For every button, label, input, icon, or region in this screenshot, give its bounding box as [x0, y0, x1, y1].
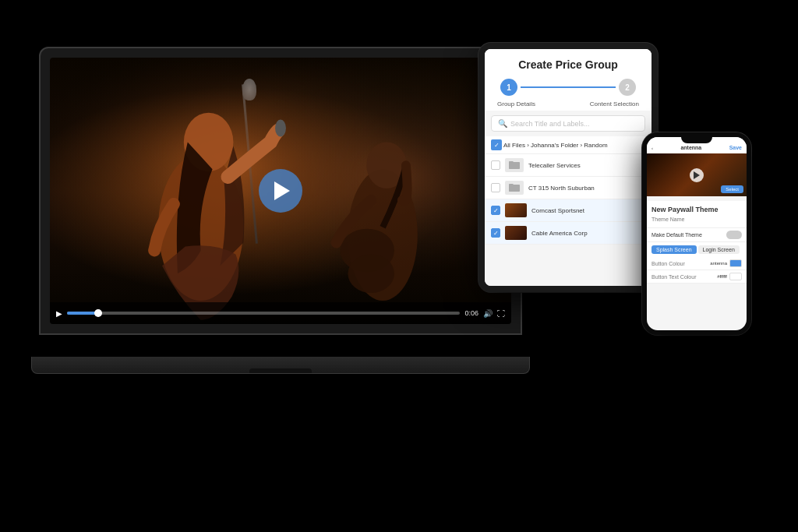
breadcrumb-check-icon: ✓ [491, 139, 502, 150]
laptop: ▶ 0:06 🔊 ⛶ [39, 47, 522, 374]
tablet-stepper: 1 2 [485, 76, 651, 99]
phone-button-colour-value: antenna [710, 261, 727, 266]
phone-screen: ‹ antenna Save Select New Paywall Theme … [647, 137, 747, 330]
phone-button-text-colour-label: Button Text Colour [651, 274, 696, 280]
file-name-2: CT 315 North Suburban [528, 185, 645, 192]
phone-back-button[interactable]: ‹ [651, 146, 653, 150]
play-icon [274, 181, 290, 200]
controls-play-icon[interactable]: ▶ [56, 309, 62, 318]
phone-paywall-title: New Paywall Theme [647, 201, 747, 215]
mic-head-icon [242, 79, 256, 100]
step-line [521, 86, 616, 88]
phone-video-play-button[interactable] [690, 168, 704, 182]
laptop-base [31, 357, 530, 374]
svg-marker-9 [694, 171, 700, 179]
file-checkbox-1[interactable] [491, 160, 500, 170]
phone-default-theme-row: Make Default Theme [647, 228, 747, 242]
time-display: 0:06 [464, 309, 478, 317]
progress-fill [67, 312, 98, 315]
tablet-breadcrumb: ✓ All Files › Johanna's Folder › Random [485, 136, 651, 154]
step-1-label: Group Details [497, 100, 535, 107]
video-controls: ▶ 0:06 🔊 ⛶ [50, 302, 511, 324]
progress-bar[interactable] [67, 312, 460, 315]
folder-icon-1 [505, 158, 524, 172]
laptop-notch [249, 368, 312, 373]
phone-button-colour-swatch[interactable] [729, 259, 742, 267]
play-button[interactable] [259, 169, 302, 213]
phone-button-text-colour-value: #ffffff [717, 274, 727, 279]
phone-default-label: Make Default Theme [651, 232, 702, 238]
file-row-2[interactable]: CT 315 North Suburban [485, 177, 651, 199]
phone-header-title: antenna [680, 145, 701, 150]
scene: ▶ 0:06 🔊 ⛶ Create Price Group [0, 0, 798, 532]
step-2-num: 2 [625, 83, 630, 92]
file-thumb-3 [505, 203, 527, 217]
phone-save-button[interactable]: Save [729, 145, 742, 150]
phone-button-colour-label: Button Colour [651, 261, 685, 266]
file-checkbox-3[interactable]: ✓ [491, 206, 500, 215]
step-labels: Group Details Content Selection [485, 99, 651, 111]
file-name-3: Comcast Sportsnet [531, 207, 645, 214]
step-1-num: 1 [507, 83, 511, 92]
phone-tab-splash[interactable]: Splash Screen [651, 245, 697, 254]
tablet-search-bar[interactable]: 🔍 Search Title and Labels... [491, 115, 645, 132]
phone-theme-name-input[interactable] [647, 223, 747, 228]
progress-dot [94, 309, 102, 317]
phone-button-text-colour-swatch[interactable] [729, 273, 742, 280]
tablet-screen: Create Price Group 1 2 Group Details Con… [485, 49, 651, 286]
step-2-label: Content Selection [590, 100, 639, 107]
laptop-bezel: ▶ 0:06 🔊 ⛶ [39, 47, 522, 335]
laptop-screen: ▶ 0:06 🔊 ⛶ [50, 58, 511, 324]
phone-video-thumb: Select [647, 153, 747, 196]
file-checkbox-4[interactable]: ✓ [491, 228, 500, 238]
file-row-4[interactable]: ✓ Cable America Corp [485, 222, 651, 245]
phone-theme-name-label: Theme Name [647, 215, 747, 223]
phone: ‹ antenna Save Select New Paywall Theme … [642, 132, 751, 335]
tablet: Create Price Group 1 2 Group Details Con… [478, 43, 658, 292]
file-row-1[interactable]: Telecaller Services [485, 154, 651, 177]
phone-notch [681, 137, 712, 143]
tablet-title: Create Price Group [485, 49, 651, 76]
file-thumb-4 [505, 226, 527, 240]
phone-select-button[interactable]: Select [721, 185, 743, 193]
volume-icon[interactable]: 🔊 [483, 309, 493, 318]
file-checkbox-2[interactable] [491, 183, 500, 192]
file-name-1: Telecaller Services [528, 162, 645, 169]
step-1-circle: 1 [500, 79, 517, 96]
phone-button-colour-row: Button Colour antenna [647, 257, 747, 270]
step-2-circle: 2 [619, 79, 636, 96]
fullscreen-icon[interactable]: ⛶ [497, 309, 505, 318]
folder-icon-2 [505, 181, 524, 195]
phone-button-text-colour-row: Button Text Colour #ffffff [647, 270, 747, 284]
file-name-4: Cable America Corp [531, 230, 645, 237]
breadcrumb-text: All Files › Johanna's Folder › Random [503, 142, 608, 149]
phone-tab-login[interactable]: Login Screen [698, 245, 740, 254]
phone-default-toggle[interactable] [726, 231, 742, 239]
phone-screen-tabs: Splash Screen Login Screen [647, 242, 747, 257]
tablet-search-placeholder: Search Title and Labels... [510, 120, 590, 128]
tablet-search-icon: 🔍 [498, 119, 507, 128]
file-row-3[interactable]: ✓ Comcast Sportsnet [485, 199, 651, 222]
